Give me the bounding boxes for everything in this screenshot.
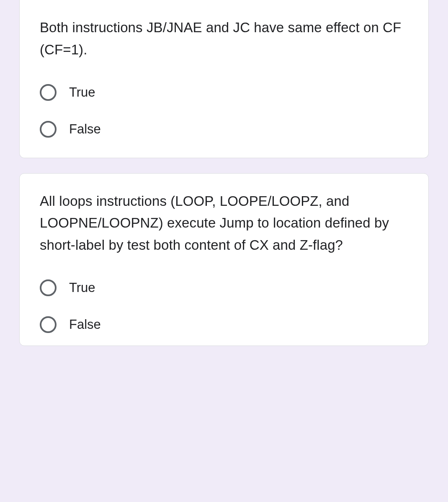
radio-circle-icon (40, 121, 57, 138)
radio-circle-icon (40, 279, 57, 296)
radio-option[interactable]: True (40, 279, 408, 296)
option-label: False (69, 317, 101, 332)
question-card: All loops instructions (LOOP, LOOPE/LOOP… (19, 173, 429, 346)
radio-option[interactable]: False (40, 121, 408, 138)
question-text: Both instructions JB/JNAE and JC have sa… (40, 17, 408, 61)
question-card: Both instructions JB/JNAE and JC have sa… (19, 0, 429, 158)
option-label: False (69, 122, 101, 137)
option-label: True (69, 280, 95, 295)
radio-option[interactable]: True (40, 84, 408, 101)
radio-circle-icon (40, 84, 57, 101)
radio-option[interactable]: False (40, 316, 408, 333)
question-text: All loops instructions (LOOP, LOOPE/LOOP… (40, 190, 408, 256)
option-label: True (69, 85, 95, 100)
radio-circle-icon (40, 316, 57, 333)
